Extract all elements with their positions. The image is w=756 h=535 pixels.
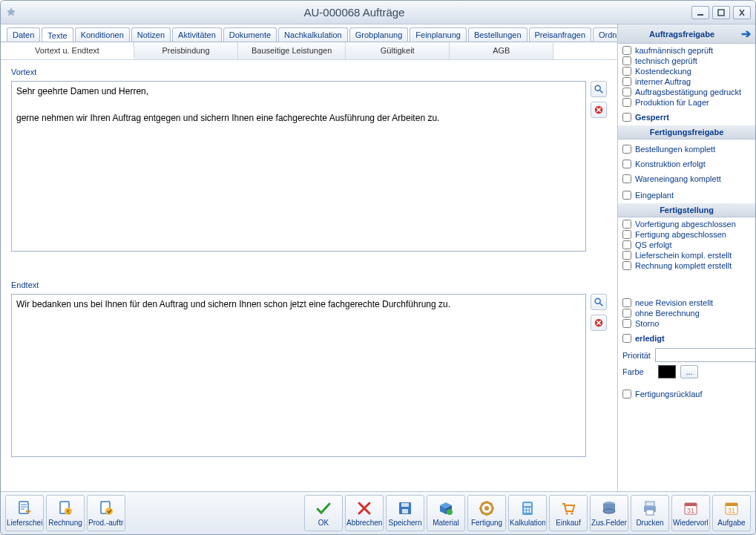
eingeplant-checkbox[interactable]: Eingeplant <box>622 190 751 200</box>
ok-button[interactable]: OK <box>304 495 343 531</box>
subtab-g-ltigkeit[interactable]: Gültigkeit <box>346 42 450 59</box>
tab-grobplanung[interactable]: Grobplanung <box>349 27 409 42</box>
svg-point-27 <box>565 512 568 514</box>
material-icon <box>437 499 455 517</box>
maximize-button[interactable] <box>712 6 730 19</box>
subtab-vortext-u-endtext[interactable]: Vortext u. Endtext <box>1 42 134 59</box>
order-window: AU-000068 Aufträge DatenTexteKonditionen… <box>0 0 756 535</box>
subtab-preisbindung[interactable]: Preisbindung <box>134 42 238 59</box>
einkauf-icon <box>559 499 577 517</box>
farbe-row: Farbe ... <box>618 364 755 380</box>
einkauf-button[interactable]: Einkauf <box>549 495 588 531</box>
prioritaet-row: Priorität <box>618 347 755 364</box>
chk-neue-revision-erstellt[interactable]: neue Revision erstellt <box>622 298 751 308</box>
tab-bestellungen[interactable]: Bestellungen <box>468 27 527 42</box>
chk-interner-auftrag[interactable]: interner Auftrag <box>622 76 751 87</box>
chk-kostendeckung[interactable]: Kostendeckung <box>622 66 751 76</box>
svg-rect-1 <box>718 10 724 16</box>
vortext-textarea[interactable] <box>11 81 586 252</box>
kalkulation-label: Kalkulation <box>510 519 545 527</box>
erledigt-checkbox[interactable]: erledigt <box>622 333 751 344</box>
tab-konditionen[interactable]: Konditionen <box>75 27 130 42</box>
chk-lieferschein-kompl-erstellt[interactable]: Lieferschein kompl. erstellt <box>622 250 751 260</box>
svg-rect-24 <box>530 508 531 513</box>
tab-preisanfragen[interactable]: Preisanfragen <box>529 27 592 42</box>
kalkulation-icon <box>519 499 536 517</box>
fertigungsruecklauf-checkbox[interactable]: Fertigungsrücklauf <box>622 389 751 399</box>
kalkulation-button[interactable]: Kalkulation <box>508 495 547 531</box>
svg-rect-15 <box>401 503 409 507</box>
chk-ohne-berechnung[interactable]: ohne Berechnung <box>622 308 751 318</box>
svg-line-3 <box>600 91 603 93</box>
prioritaet-label: Priorität <box>622 351 651 360</box>
endtext-lookup-button[interactable] <box>591 294 607 310</box>
drucken-button[interactable]: Drucken <box>631 495 669 531</box>
fertigung-icon <box>478 499 496 517</box>
ok-icon <box>315 499 332 517</box>
gesperrt-checkbox[interactable]: Gesperrt <box>622 112 751 122</box>
chk-bestellungen-komplett[interactable]: Bestellungen komplett <box>622 144 751 154</box>
fertigstellung-header: Fertigstellung <box>618 203 755 217</box>
lieferschein-label: Lieferschei <box>7 519 42 527</box>
farbe-picker-button[interactable]: ... <box>680 365 698 378</box>
tab-daten[interactable]: Daten <box>7 27 40 42</box>
subtab-bauseitige-leistungen[interactable]: Bauseitige Leistungen <box>238 42 346 59</box>
svg-rect-21 <box>524 503 531 506</box>
tab-feinplanung[interactable]: Feinplanung <box>410 27 467 42</box>
rechnung-label: Rechnung <box>48 519 82 527</box>
endtext-clear-button[interactable] <box>591 315 607 331</box>
aufgabe-button[interactable]: 31Aufgabe <box>712 495 751 531</box>
wiedervorlage-button[interactable]: 31Wiedervorlage <box>671 495 710 531</box>
auftragsfreigabe-header: Auftragsfreigabe ➔ <box>618 24 755 44</box>
svg-rect-25 <box>524 511 526 513</box>
expand-arrow-icon[interactable]: ➔ <box>741 27 751 41</box>
chk-technisch-gepr-ft[interactable]: technisch geprüft <box>622 56 751 66</box>
chk-rechnung-komplett-erstellt[interactable]: Rechnung komplett erstellt <box>622 260 751 271</box>
abbrechen-label: Abbrechen <box>346 519 382 527</box>
drucken-label: Drucken <box>636 519 663 527</box>
chk-kaufm-nnisch-gepr-ft[interactable]: kaufmännisch geprüft <box>622 45 751 56</box>
svg-point-19 <box>484 506 489 511</box>
svg-rect-31 <box>645 502 654 506</box>
chk-konstruktion-erfolgt[interactable]: Konstruktion erfolgt <box>622 159 751 169</box>
tab-ordner[interactable]: Ordner <box>593 27 617 42</box>
chk-auftragsbest-tigung-gedruckt[interactable]: Auftragsbestätigung gedruckt <box>622 87 751 97</box>
fertigung-button[interactable]: Fertigung <box>467 495 506 531</box>
prioritaet-input[interactable] <box>655 348 755 362</box>
tab-aktivitäten[interactable]: Aktivitäten <box>172 27 222 42</box>
chk-produktion-f-r-lager[interactable]: Produktion für Lager <box>622 97 751 108</box>
chk-wareneingang-komplett[interactable]: Wareneingang komplett <box>622 174 751 184</box>
svg-point-13 <box>105 508 113 515</box>
close-button[interactable] <box>733 6 751 19</box>
status-sidebar: Auftragsfreigabe ➔ kaufmännisch geprüftt… <box>617 24 755 491</box>
tab-texte[interactable]: Texte <box>42 27 73 42</box>
lieferschein-button[interactable]: Lieferschei <box>5 495 44 531</box>
chk-vorfertigung-abgeschlossen[interactable]: Vorfertigung abgeschlossen <box>622 219 751 229</box>
speichern-label: Speichern <box>388 519 421 527</box>
chk-storno[interactable]: Storno <box>622 318 751 329</box>
svg-text:31: 31 <box>687 507 694 514</box>
wiedervorlage-icon: 31 <box>682 499 700 517</box>
farbe-swatch[interactable] <box>658 365 676 378</box>
svg-rect-0 <box>697 14 703 16</box>
subtab-agb[interactable]: AGB <box>450 42 553 59</box>
tab-notizen[interactable]: Notizen <box>131 27 171 42</box>
tab-nachkalkulation[interactable]: Nachkalkulation <box>278 27 348 42</box>
sub-tabstrip: Vortext u. EndtextPreisbindungBauseitige… <box>1 42 617 60</box>
chk-qs-erfolgt[interactable]: QS erfolgt <box>622 240 751 250</box>
tab-dokumente[interactable]: Dokumente <box>223 27 277 42</box>
prodauftrag-label: Prod.-auftrag <box>88 519 124 527</box>
prodauftrag-button[interactable]: Prod.-auftrag <box>87 495 125 531</box>
abbrechen-button[interactable]: Abbrechen <box>345 495 384 531</box>
vortext-lookup-button[interactable] <box>591 81 607 97</box>
rechnung-button[interactable]: €Rechnung <box>46 495 85 531</box>
material-button[interactable]: Material <box>427 495 465 531</box>
texte-panel: Vortext Endtext <box>1 60 617 491</box>
zusfelder-button[interactable]: Zus.Felder <box>590 495 628 531</box>
vortext-clear-button[interactable] <box>591 102 607 118</box>
speichern-button[interactable]: Speichern <box>386 495 424 531</box>
einkauf-label: Einkauf <box>556 519 580 527</box>
endtext-textarea[interactable] <box>11 294 586 457</box>
minimize-button[interactable] <box>691 6 709 19</box>
chk-fertigung-abgeschlossen[interactable]: Fertigung abgeschlossen <box>622 229 751 240</box>
